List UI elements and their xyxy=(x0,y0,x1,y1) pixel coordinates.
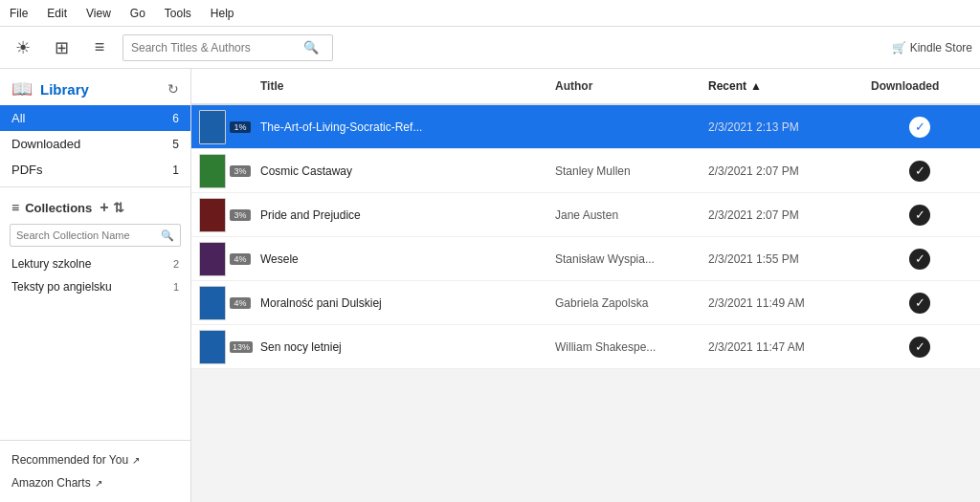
content-area: Title Author Recent ▲ Downloaded 1% The-… xyxy=(191,69,980,502)
menu-file[interactable]: File xyxy=(6,5,32,22)
table-row[interactable]: 4% Moralność pani Dulskiej Gabriela Zapo… xyxy=(191,281,980,325)
book-cover xyxy=(199,330,226,364)
downloaded-check: ✓ xyxy=(909,249,930,270)
menu-icon[interactable]: ≡ xyxy=(84,33,115,63)
cell-title: The-Art-of-Living-Socratic-Ref... xyxy=(256,120,551,134)
sidebar-item-downloaded[interactable]: Downloaded 5 xyxy=(0,131,190,157)
cell-recent: 2/3/2021 1:55 PM xyxy=(704,252,867,266)
table-row[interactable]: 1% The-Art-of-Living-Socratic-Ref... 2/3… xyxy=(191,105,980,149)
col-downloaded-header[interactable]: Downloaded xyxy=(867,79,972,93)
menu-edit[interactable]: Edit xyxy=(43,5,71,22)
progress-badge: 3% xyxy=(230,165,251,177)
add-collection-button[interactable]: + xyxy=(100,199,108,216)
menubar: File Edit View Go Tools Help xyxy=(0,0,980,27)
sidebar-divider xyxy=(0,186,190,187)
kindle-store-link[interactable]: 🛒 Kindle Store xyxy=(892,41,972,55)
collection-lektury-count: 2 xyxy=(173,258,179,270)
table-row[interactable]: 13% Sen nocy letniej William Shakespe...… xyxy=(191,325,980,369)
cell-title: Cosmic Castaway xyxy=(256,164,551,178)
brightness-icon[interactable]: ☀ xyxy=(8,33,38,63)
collection-teksty-count: 1 xyxy=(173,281,179,293)
sidebar-footer: Recommended for You ↗ Amazon Charts ↗ xyxy=(0,440,190,502)
menu-view[interactable]: View xyxy=(82,5,115,22)
cell-thumb: 1% xyxy=(199,110,256,144)
menu-go[interactable]: Go xyxy=(126,5,149,22)
cell-recent: 2/3/2021 11:47 AM xyxy=(704,340,867,354)
search-collection-box: 🔍 xyxy=(10,224,181,247)
sidebar-item-all-count: 6 xyxy=(172,112,179,125)
library-icon: 📖 xyxy=(11,78,33,99)
cell-recent: 2/3/2021 2:13 PM xyxy=(704,120,867,134)
grid-icon[interactable]: ⊞ xyxy=(46,33,77,63)
sidebar-item-pdfs[interactable]: PDFs 1 xyxy=(0,157,190,183)
col-author-header[interactable]: Author xyxy=(551,79,704,93)
search-icon: 🔍 xyxy=(303,40,319,55)
col-title-header[interactable]: Title xyxy=(256,79,551,93)
cell-author: Stanisław Wyspia... xyxy=(551,252,704,266)
table-row[interactable]: 4% Wesele Stanisław Wyspia... 2/3/2021 1… xyxy=(191,237,980,281)
menu-help[interactable]: Help xyxy=(207,5,238,22)
cell-recent: 2/3/2021 2:07 PM xyxy=(704,208,867,222)
cart-icon: 🛒 xyxy=(892,41,906,55)
cell-recent: 2/3/2021 2:07 PM xyxy=(704,164,867,178)
book-cover xyxy=(199,110,226,144)
cell-downloaded: ✓ xyxy=(867,293,972,314)
col-recent-header[interactable]: Recent ▲ xyxy=(704,79,867,93)
collection-teksty-label: Teksty po angielsku xyxy=(11,280,173,294)
sort-collections-button[interactable]: ⇅ xyxy=(113,200,124,215)
amazon-charts-link[interactable]: Amazon Charts ↗ xyxy=(0,471,190,494)
cell-thumb: 4% xyxy=(199,286,256,320)
sidebar-item-downloaded-count: 5 xyxy=(172,138,179,151)
table-row[interactable]: 3% Cosmic Castaway Stanley Mullen 2/3/20… xyxy=(191,149,980,193)
recommended-label: Recommended for You xyxy=(11,453,128,467)
search-input[interactable] xyxy=(131,41,303,55)
refresh-icon[interactable]: ↻ xyxy=(167,81,179,97)
sidebar-item-all-label: All xyxy=(11,111,172,125)
cell-thumb: 13% xyxy=(199,330,256,364)
sidebar-item-pdfs-label: PDFs xyxy=(11,163,172,177)
cell-thumb: 3% xyxy=(199,198,256,232)
downloaded-check: ✓ xyxy=(909,337,930,358)
table-row[interactable]: 3% Pride and Prejudice Jane Austen 2/3/2… xyxy=(191,193,980,237)
book-cover xyxy=(199,286,226,320)
menu-tools[interactable]: Tools xyxy=(161,5,195,22)
downloaded-check: ✓ xyxy=(909,161,930,182)
list-icon: ≡ xyxy=(11,200,19,215)
sidebar-header: 📖 Library ↻ xyxy=(0,69,190,105)
downloaded-check: ✓ xyxy=(909,293,930,314)
recommended-ext-icon: ↗ xyxy=(132,455,140,466)
sidebar-item-downloaded-label: Downloaded xyxy=(11,137,172,151)
book-cover xyxy=(199,198,226,232)
collection-item-teksty[interactable]: Teksty po angielsku 1 xyxy=(0,275,190,298)
main-layout: 📖 Library ↻ All 6 Downloaded 5 PDFs 1 ≡ … xyxy=(0,69,980,502)
book-cover xyxy=(199,154,226,188)
cell-title: Wesele xyxy=(256,252,551,266)
cell-title: Moralność pani Dulskiej xyxy=(256,296,551,310)
collections-label: Collections xyxy=(25,201,92,215)
progress-badge: 3% xyxy=(230,209,251,221)
cell-downloaded: ✓ xyxy=(867,205,972,226)
recommended-link[interactable]: Recommended for You ↗ xyxy=(0,448,190,471)
search-collection-input[interactable] xyxy=(16,229,161,241)
cell-author: Gabriela Zapolska xyxy=(551,296,704,310)
cell-author: Stanley Mullen xyxy=(551,164,704,178)
cell-downloaded: ✓ xyxy=(867,337,972,358)
cell-downloaded: ✓ xyxy=(867,117,972,138)
sidebar-item-pdfs-count: 1 xyxy=(172,164,179,177)
collection-item-lektury[interactable]: Lektury szkolne 2 xyxy=(0,252,190,275)
progress-badge: 1% xyxy=(230,121,251,133)
collection-lektury-label: Lektury szkolne xyxy=(11,257,173,271)
table-header: Title Author Recent ▲ Downloaded xyxy=(191,69,980,105)
sidebar-item-all[interactable]: All 6 xyxy=(0,105,190,131)
cell-downloaded: ✓ xyxy=(867,249,972,270)
progress-badge: 4% xyxy=(230,253,251,265)
downloaded-check: ✓ xyxy=(909,117,930,138)
amazon-charts-label: Amazon Charts xyxy=(11,476,91,490)
cell-title: Sen nocy letniej xyxy=(256,340,551,354)
progress-badge: 4% xyxy=(230,297,251,309)
search-collection-icon: 🔍 xyxy=(161,229,174,242)
kindle-store-label: Kindle Store xyxy=(910,41,972,55)
cell-title: Pride and Prejudice xyxy=(256,208,551,222)
table-body: 1% The-Art-of-Living-Socratic-Ref... 2/3… xyxy=(191,105,980,502)
library-title: Library xyxy=(40,81,89,98)
